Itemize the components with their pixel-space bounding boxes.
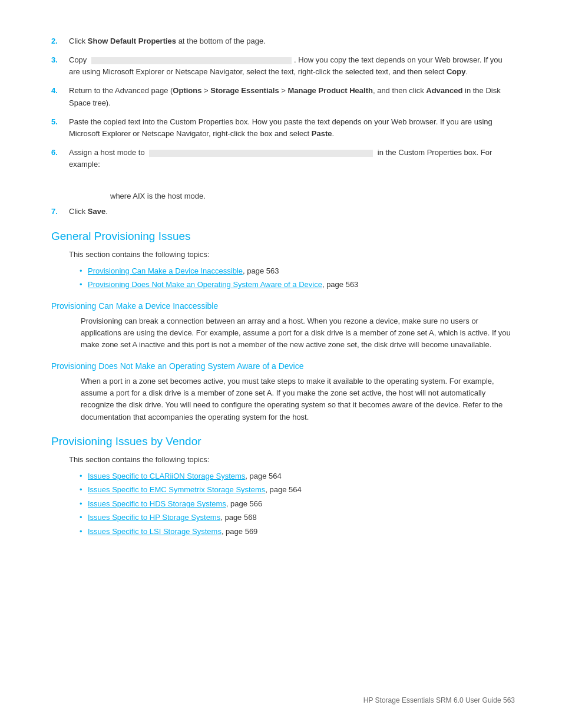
vendor-topics-list: Issues Specific to CLARiiON Storage Syst…	[81, 470, 511, 538]
page-footer: HP Storage Essentials SRM 6.0 User Guide…	[363, 696, 515, 704]
general-link-2-page: , page 563	[322, 280, 358, 289]
step-4-se: Storage Essentials	[210, 86, 279, 95]
where-line: where AIX is the host mode.	[110, 190, 511, 202]
page-container: 2. Click Show Default Properties at the …	[0, 0, 562, 728]
step-4-num: 4.	[51, 85, 69, 108]
general-link-1-text[interactable]: Provisioning Can Make a Device Inaccessi…	[88, 266, 243, 275]
code-example	[110, 177, 511, 186]
subsection1-body: Provisioning can break a connection betw…	[81, 315, 511, 351]
step-4-text: Return to the Advanced page (Options > S…	[69, 85, 511, 108]
step-7-text: Click Save.	[69, 206, 511, 218]
vendor-link-3-page: , page 566	[226, 499, 262, 508]
step-5-paste-label: Paste	[312, 129, 332, 138]
vendor-link-2-page: , page 564	[265, 485, 301, 494]
general-link-2: Provisioning Does Not Make an Operating …	[81, 279, 511, 291]
step-4: 4. Return to the Advanced page (Options …	[51, 85, 511, 108]
vendor-link-1: Issues Specific to CLARiiON Storage Syst…	[81, 470, 511, 482]
step-4-advanced: Advanced	[426, 86, 462, 95]
vendor-link-4: Issues Specific to HP Storage Systems, p…	[81, 512, 511, 523]
vendor-link-3: Issues Specific to HDS Storage Systems, …	[81, 498, 511, 510]
vendor-link-5-text[interactable]: Issues Specific to LSI Storage Systems	[88, 527, 222, 536]
step-3-blank	[91, 57, 292, 64]
general-provisioning-heading: General Provisioning Issues	[51, 230, 511, 243]
step-3-copy-label: Copy	[447, 67, 466, 76]
general-link-1: Provisioning Can Make a Device Inaccessi…	[81, 265, 511, 277]
where-line-text: where AIX is the host mode.	[110, 192, 206, 200]
vendor-link-5-page: , page 569	[222, 527, 257, 536]
step-2-bold-label: Show Default Properties	[88, 37, 176, 45]
vendor-link-4-page: , page 568	[220, 513, 256, 522]
step-2: 2. Click Show Default Properties at the …	[51, 35, 511, 47]
general-link-1-page: , page 563	[243, 266, 279, 275]
vendor-topics-intro: This section contains the following topi…	[69, 454, 511, 466]
general-topics-list: Provisioning Can Make a Device Inaccessi…	[81, 265, 511, 291]
content-area: 2. Click Show Default Properties at the …	[51, 35, 511, 537]
step-3: 3. Copy . How you copy the text depends …	[51, 54, 511, 78]
step-6: 6. Assign a host mode to in the Custom P…	[51, 147, 511, 170]
vendor-link-5: Issues Specific to LSI Storage Systems, …	[81, 526, 511, 538]
step-2-num: 2.	[51, 35, 69, 47]
step-7-save-label: Save	[88, 207, 105, 216]
vendor-link-1-page: , page 564	[245, 472, 281, 480]
step-5: 5. Paste the copied text into the Custom…	[51, 116, 511, 140]
subsection1-heading: Provisioning Can Make a Device Inaccessi…	[51, 301, 511, 311]
step-7: 7. Click Save.	[51, 206, 511, 218]
step-4-mph: Manage Product Health	[287, 86, 372, 95]
vendor-link-3-text[interactable]: Issues Specific to HDS Storage Systems	[88, 499, 226, 508]
vendor-section-heading: Provisioning Issues by Vendor	[51, 435, 511, 448]
step-6-blank	[149, 150, 373, 157]
subsection2-body: When a port in a zone set becomes active…	[81, 375, 511, 423]
step-4-options: Options	[173, 86, 201, 95]
general-link-2-text[interactable]: Provisioning Does Not Make an Operating …	[88, 280, 322, 289]
vendor-link-1-text[interactable]: Issues Specific to CLARiiON Storage Syst…	[88, 472, 245, 480]
step-6-text: Assign a host mode to in the Custom Prop…	[69, 147, 511, 170]
footer-text: HP Storage Essentials SRM 6.0 User Guide…	[363, 696, 515, 704]
general-topics-intro: This section contains the following topi…	[69, 249, 511, 261]
step-2-text: Click Show Default Properties at the bot…	[69, 35, 511, 47]
subsection2-heading: Provisioning Does Not Make an Operating …	[51, 361, 511, 371]
vendor-link-4-text[interactable]: Issues Specific to HP Storage Systems	[88, 513, 220, 522]
step-7-num: 7.	[51, 206, 69, 218]
step-3-num: 3.	[51, 54, 69, 78]
step-6-num: 6.	[51, 147, 69, 170]
vendor-link-2: Issues Specific to EMC Symmetrix Storage…	[81, 484, 511, 496]
step-5-num: 5.	[51, 116, 69, 140]
vendor-link-2-text[interactable]: Issues Specific to EMC Symmetrix Storage…	[88, 485, 265, 494]
step-5-text: Paste the copied text into the Custom Pr…	[69, 116, 511, 140]
step-3-text: Copy . How you copy the text depends on …	[69, 54, 511, 78]
